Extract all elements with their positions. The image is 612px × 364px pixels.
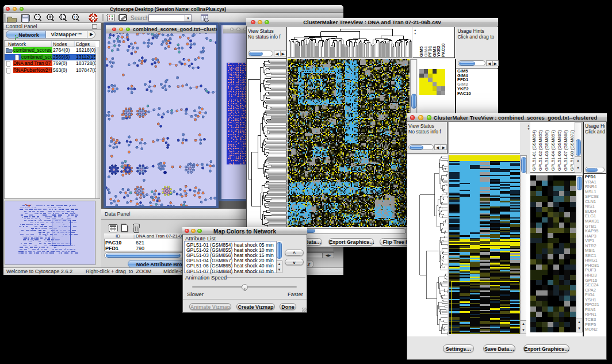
svg-text:1:1: 1:1 [74,16,78,19]
